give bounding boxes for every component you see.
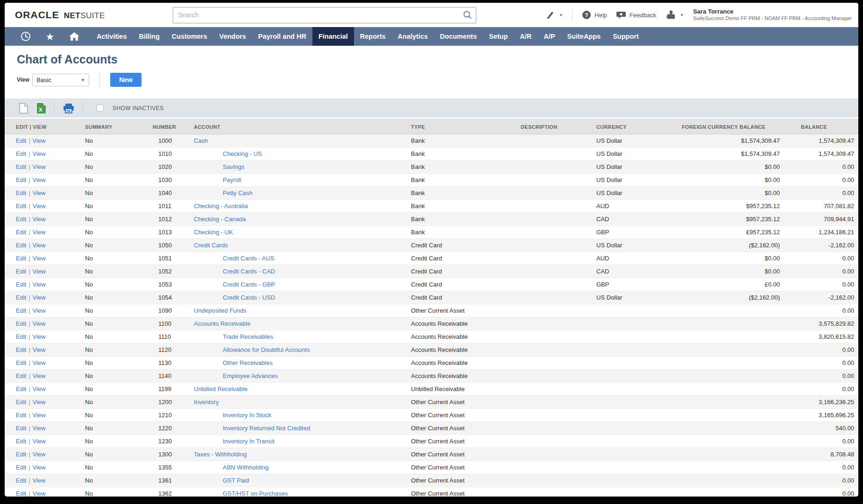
nav-item-reports[interactable]: Reports: [354, 27, 392, 46]
view-link[interactable]: View: [33, 490, 46, 497]
edit-link[interactable]: Edit: [16, 189, 26, 196]
account-link[interactable]: Credit Cards - AUS: [194, 255, 275, 262]
edit-link[interactable]: Edit: [16, 346, 26, 353]
view-link[interactable]: View: [33, 333, 46, 340]
nav-item-a-r[interactable]: A/R: [514, 27, 538, 46]
edit-link[interactable]: Edit: [16, 359, 26, 366]
view-link[interactable]: View: [33, 412, 46, 419]
view-link[interactable]: View: [33, 242, 46, 249]
view-link[interactable]: View: [33, 229, 46, 236]
view-link[interactable]: View: [33, 438, 46, 445]
view-link[interactable]: View: [33, 255, 46, 262]
edit-link[interactable]: Edit: [16, 464, 26, 471]
account-link[interactable]: Taxes - Withholding: [194, 451, 247, 458]
quick-create-menu[interactable]: ▼: [545, 10, 563, 20]
print-icon[interactable]: [63, 103, 75, 114]
view-link[interactable]: View: [33, 189, 46, 196]
search-input[interactable]: [173, 7, 476, 23]
nav-item-billing[interactable]: Billing: [133, 27, 165, 46]
edit-link[interactable]: Edit: [16, 490, 26, 497]
view-link[interactable]: View: [33, 385, 46, 392]
help-button[interactable]: ? Help: [582, 10, 607, 20]
edit-link[interactable]: Edit: [16, 425, 26, 432]
edit-link[interactable]: Edit: [16, 372, 26, 379]
nav-item-vendors[interactable]: Vendors: [213, 27, 252, 46]
nav-item-payroll-and-hr[interactable]: Payroll and HR: [252, 27, 312, 46]
nav-item-financial[interactable]: Financial: [312, 27, 354, 46]
account-link[interactable]: Petty Cash: [194, 189, 253, 196]
edit-link[interactable]: Edit: [16, 163, 26, 170]
edit-link[interactable]: Edit: [16, 137, 26, 144]
nav-item-setup[interactable]: Setup: [483, 27, 514, 46]
account-link[interactable]: Undeposited Funds: [194, 307, 247, 314]
nav-item-analytics[interactable]: Analytics: [392, 27, 434, 46]
view-select[interactable]: Basic ▼: [32, 74, 89, 86]
account-link[interactable]: Checking - US: [194, 150, 262, 157]
edit-link[interactable]: Edit: [16, 242, 26, 249]
edit-link[interactable]: Edit: [16, 320, 26, 327]
account-link[interactable]: Inventory Returned Not Credited: [194, 425, 310, 432]
account-link[interactable]: Allowance for Doubtful Accounts: [194, 346, 310, 353]
account-link[interactable]: Payroll: [194, 176, 241, 183]
account-link[interactable]: Unbilled Receivable: [194, 385, 248, 392]
view-link[interactable]: View: [33, 399, 46, 406]
view-link[interactable]: View: [33, 176, 46, 183]
view-link[interactable]: View: [33, 425, 46, 432]
view-link[interactable]: View: [33, 294, 46, 301]
edit-link[interactable]: Edit: [16, 307, 26, 314]
account-link[interactable]: Accounts Receivable: [194, 320, 250, 327]
view-link[interactable]: View: [33, 477, 46, 484]
account-link[interactable]: Inventory: [194, 399, 219, 406]
nav-item-activities[interactable]: Activities: [91, 27, 133, 46]
account-link[interactable]: Inventory In Transit: [194, 438, 275, 445]
account-link[interactable]: GST/HST on Purchases: [194, 490, 288, 497]
view-link[interactable]: View: [33, 163, 46, 170]
account-link[interactable]: Other Receivables: [194, 359, 273, 366]
recents-icon[interactable]: [17, 30, 35, 43]
account-link[interactable]: Trade Receivables: [194, 333, 273, 340]
edit-link[interactable]: Edit: [16, 229, 26, 236]
role-menu[interactable]: ▼: [665, 10, 684, 20]
view-link[interactable]: View: [33, 150, 46, 157]
edit-link[interactable]: Edit: [16, 203, 26, 210]
edit-link[interactable]: Edit: [16, 294, 26, 301]
account-link[interactable]: Checking - UK: [194, 229, 233, 236]
account-link[interactable]: Inventory In Stock: [194, 412, 271, 419]
nav-item-a-p[interactable]: A/P: [538, 27, 561, 46]
home-icon[interactable]: [65, 30, 83, 43]
account-link[interactable]: Credit Cards - CAD: [194, 268, 275, 275]
nav-item-documents[interactable]: Documents: [434, 27, 483, 46]
account-link[interactable]: GST Paid: [194, 477, 249, 484]
export-excel-icon[interactable]: [36, 103, 46, 114]
view-link[interactable]: View: [33, 137, 46, 144]
new-button[interactable]: New: [110, 73, 141, 87]
edit-link[interactable]: Edit: [16, 385, 26, 392]
account-link[interactable]: Credit Cards - GBP: [194, 281, 275, 288]
edit-link[interactable]: Edit: [16, 216, 26, 223]
account-link[interactable]: Checking - Canada: [194, 216, 246, 223]
view-link[interactable]: View: [33, 451, 46, 458]
nav-item-suiteapps[interactable]: SuiteApps: [561, 27, 607, 46]
account-link[interactable]: Employee Advances: [194, 372, 278, 379]
edit-link[interactable]: Edit: [16, 176, 26, 183]
nav-item-customers[interactable]: Customers: [166, 27, 213, 46]
edit-link[interactable]: Edit: [16, 281, 26, 288]
edit-link[interactable]: Edit: [16, 438, 26, 445]
feedback-button[interactable]: Feedback: [616, 10, 656, 20]
edit-link[interactable]: Edit: [16, 150, 26, 157]
view-link[interactable]: View: [33, 268, 46, 275]
edit-link[interactable]: Edit: [16, 399, 26, 406]
view-link[interactable]: View: [33, 307, 46, 314]
account-link[interactable]: Credit Cards: [194, 242, 228, 249]
shortcuts-star-icon[interactable]: ★: [41, 30, 59, 43]
account-link[interactable]: Credit Cards - USD: [194, 294, 275, 301]
export-csv-icon[interactable]: [19, 103, 28, 114]
view-link[interactable]: View: [33, 216, 46, 223]
view-link[interactable]: View: [33, 346, 46, 353]
user-info[interactable]: Sara Torrance SuiteSuccess Demo FF PRM -…: [693, 8, 852, 22]
edit-link[interactable]: Edit: [16, 333, 26, 340]
nav-item-support[interactable]: Support: [607, 27, 645, 46]
view-link[interactable]: View: [33, 372, 46, 379]
view-link[interactable]: View: [33, 320, 46, 327]
show-inactives-checkbox[interactable]: [97, 105, 104, 112]
